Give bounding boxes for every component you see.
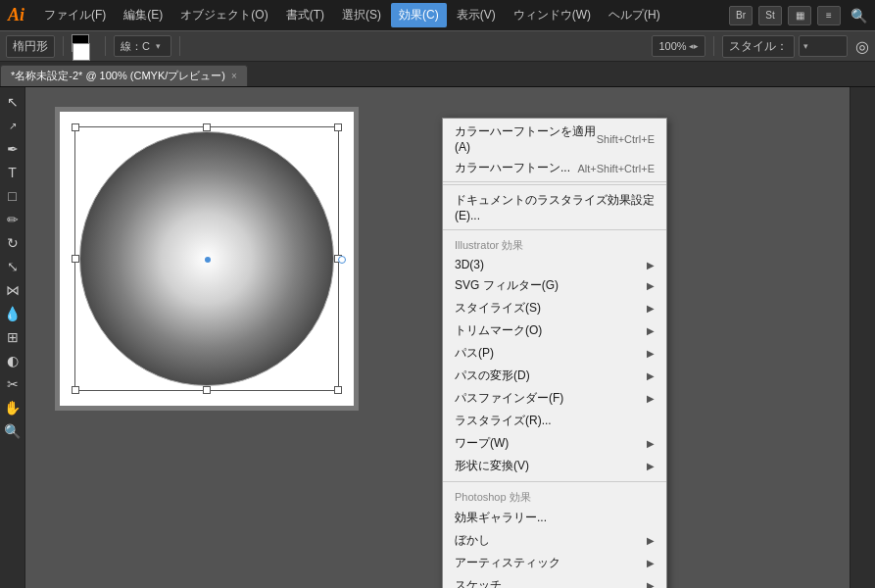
- blur-item[interactable]: ぼかし ▶: [443, 529, 666, 552]
- effect-gallery-item[interactable]: 効果ギャラリー...: [443, 507, 666, 529]
- pen-tool-icon[interactable]: ✒: [2, 138, 24, 160]
- menu-help[interactable]: ヘルプ(H): [601, 3, 668, 27]
- toolbar-sep-1: [63, 36, 64, 56]
- path-distort-item[interactable]: パスの変形(D) ▶: [443, 365, 666, 387]
- menu-divider-1: [443, 184, 666, 185]
- scale-tool-icon[interactable]: ⤡: [2, 256, 24, 277]
- path-item[interactable]: パス(P) ▶: [443, 342, 666, 365]
- direct-selection-icon[interactable]: ↗: [2, 115, 24, 136]
- zoom-level[interactable]: 100% ◂▸: [652, 35, 705, 57]
- canvas-background: [55, 107, 359, 411]
- blend-tool-icon[interactable]: ⋈: [2, 279, 24, 301]
- handle-br[interactable]: [334, 386, 342, 394]
- crop-marks-item[interactable]: トリムマーク(O) ▶: [443, 319, 666, 342]
- menu-view[interactable]: 表示(V): [449, 3, 504, 27]
- menu-extra-btn[interactable]: ≡: [817, 6, 841, 25]
- doc-rasterize-section: ドキュメントのラスタライズ効果設定(E)...: [443, 187, 666, 227]
- zoom-tool-icon[interactable]: 🔍: [2, 420, 24, 442]
- illustrator-effects-label: Illustrator 効果: [443, 234, 666, 255]
- style-label: スタイル：: [722, 35, 795, 58]
- handle-tr[interactable]: [334, 123, 342, 131]
- bridge-btn[interactable]: Br: [729, 6, 753, 25]
- style-dropdown[interactable]: [799, 35, 848, 57]
- stylize-item[interactable]: スタイライズ(S) ▶: [443, 297, 666, 319]
- menu-format[interactable]: 書式(T): [278, 3, 332, 27]
- rotate-tool-icon[interactable]: ↻: [2, 232, 24, 254]
- left-panel: ↖ ↗ ✒ T □ ✏ ↻ ⤡ ⋈ 💧 ⊞ ◐ ✂ ✋ 🔍: [0, 87, 25, 588]
- type-tool-icon[interactable]: T: [2, 162, 24, 183]
- doc-rasterize-item[interactable]: ドキュメントのラスタライズ効果設定(E)...: [443, 189, 666, 225]
- effect-menu-top: カラーハーフトーンを適用(A) Shift+Ctrl+E カラーハーフトーン..…: [443, 119, 666, 182]
- main-area: ↖ ↗ ✒ T □ ✏ ↻ ⤡ ⋈ 💧 ⊞ ◐ ✂ ✋ 🔍: [0, 87, 875, 588]
- brush-tool-icon[interactable]: ✏: [2, 209, 24, 230]
- toolbar: 楕円形 線：C 100% ◂▸ スタイル： ◎: [0, 30, 875, 62]
- eyedropper-icon[interactable]: 💧: [2, 303, 24, 324]
- mesh-tool-icon[interactable]: ⊞: [2, 326, 24, 348]
- warp-item[interactable]: ワープ(W) ▶: [443, 432, 666, 455]
- toolbar-sep-3: [179, 36, 180, 56]
- ellipse-right-handle[interactable]: [338, 256, 346, 264]
- toolbar-sep-4: [713, 36, 714, 56]
- menu-window[interactable]: ウィンドウ(W): [506, 3, 599, 27]
- handle-bl[interactable]: [72, 386, 79, 394]
- artistic-item[interactable]: アーティスティック ▶: [443, 552, 666, 574]
- menu-edit[interactable]: 編集(E): [116, 3, 170, 27]
- menu-object[interactable]: オブジェクト(O): [172, 3, 275, 27]
- shape-name-label: 楕円形: [6, 35, 55, 58]
- zoom-arrows[interactable]: ◂▸: [689, 41, 699, 51]
- convert-shape-item[interactable]: 形状に変換(V) ▶: [443, 455, 666, 477]
- document-tab[interactable]: *名称未設定-2* @ 100% (CMYK/プレビュー) ×: [0, 65, 248, 86]
- appearance-icon[interactable]: ◎: [855, 37, 869, 56]
- stroke-label[interactable]: 線：C: [114, 35, 171, 57]
- effect-menu[interactable]: カラーハーフトーンを適用(A) Shift+Ctrl+E カラーハーフトーン..…: [442, 118, 667, 588]
- title-bar-right: Br St ▦ ≡ 🔍: [729, 6, 867, 25]
- handle-bm[interactable]: [203, 386, 211, 394]
- center-point: [205, 257, 211, 263]
- rasterize-item[interactable]: ラスタライズ(R)...: [443, 410, 666, 432]
- pathfinder-item[interactable]: パスファインダー(F) ▶: [443, 387, 666, 410]
- photoshop-effects-label: Photoshop 効果: [443, 486, 666, 507]
- handle-tl[interactable]: [72, 123, 79, 131]
- tab-bar: *名称未設定-2* @ 100% (CMYK/プレビュー) ×: [0, 62, 875, 87]
- search-icon[interactable]: 🔍: [851, 8, 867, 24]
- selection-tool-icon[interactable]: ↖: [2, 91, 24, 113]
- handle-tm[interactable]: [203, 123, 211, 131]
- scissors-icon[interactable]: ✂: [2, 373, 24, 395]
- 3d-item[interactable]: 3D(3) ▶: [443, 255, 666, 274]
- toolbar-sep-2: [105, 36, 106, 56]
- menu-divider-2: [443, 229, 666, 230]
- canvas-white[interactable]: [60, 112, 354, 406]
- sketch-item[interactable]: スケッチ ▶: [443, 574, 666, 588]
- hand-tool-icon[interactable]: ✋: [2, 397, 24, 418]
- ai-logo: Ai: [8, 5, 24, 25]
- right-panel: [850, 87, 875, 588]
- tab-title: *名称未設定-2* @ 100% (CMYK/プレビュー): [11, 69, 225, 83]
- stock-btn[interactable]: St: [758, 6, 782, 25]
- color-halftone-item[interactable]: カラーハーフトーン... Alt+Shift+Ctrl+E: [443, 157, 666, 179]
- illustrator-effects-section: Illustrator 効果 3D(3) ▶ SVG フィルター(G) ▶ スタ…: [443, 232, 666, 479]
- handle-ml[interactable]: [72, 255, 79, 263]
- apply-color-halftone-item[interactable]: カラーハーフトーンを適用(A) Shift+Ctrl+E: [443, 121, 666, 157]
- stroke-dropdown[interactable]: [152, 35, 165, 57]
- menu-effect[interactable]: 効果(C): [391, 3, 447, 27]
- workspace-btn[interactable]: ▦: [788, 6, 811, 25]
- shape-tool-icon[interactable]: □: [2, 185, 24, 207]
- svg-filter-item[interactable]: SVG フィルター(G) ▶: [443, 274, 666, 297]
- tab-close-btn[interactable]: ×: [231, 71, 237, 81]
- stroke-color-swatch[interactable]: [73, 43, 90, 61]
- menu-divider-3: [443, 481, 666, 482]
- canvas-area[interactable]: カラーハーフトーンを適用(A) Shift+Ctrl+E カラーハーフトーン..…: [25, 87, 850, 588]
- color-swatch-group[interactable]: [72, 34, 97, 58]
- photoshop-effects-section: Photoshop 効果 効果ギャラリー... ぼかし ▶ アーティスティック …: [443, 484, 666, 588]
- gradient-tool-icon[interactable]: ◐: [2, 350, 24, 371]
- menu-select[interactable]: 選択(S): [334, 3, 389, 27]
- menu-bar: ファイル(F) 編集(E) オブジェクト(O) 書式(T) 選択(S) 効果(C…: [36, 3, 729, 27]
- menu-file[interactable]: ファイル(F): [36, 3, 114, 27]
- title-bar: Ai ファイル(F) 編集(E) オブジェクト(O) 書式(T) 選択(S) 効…: [0, 0, 875, 30]
